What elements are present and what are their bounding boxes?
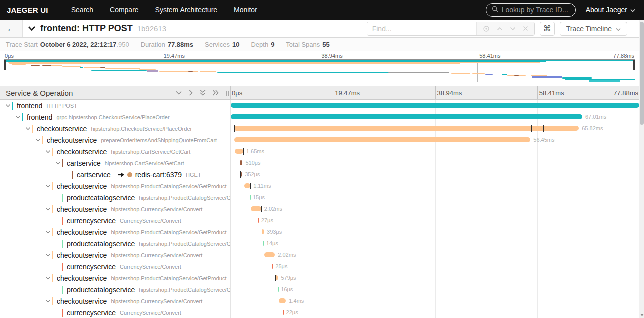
span-row-tree-cell[interactable]: currencyserviceCurrencyService/Convert — [0, 215, 231, 226]
span-bar-cell[interactable]: 2.02ms — [231, 204, 639, 215]
span-duration-bar[interactable] — [264, 252, 275, 258]
collapse-all-icon[interactable] — [199, 90, 206, 96]
scrollbar-down-arrow[interactable] — [639, 312, 644, 318]
span-duration-bar[interactable] — [234, 126, 579, 131]
span-bar-cell[interactable]: 15μs — [231, 192, 639, 204]
collapse-one-icon[interactable] — [175, 90, 182, 96]
expand-chevron-icon[interactable] — [44, 230, 52, 234]
span-row-tree-cell[interactable]: cartservicehipstershop.CartService/GetCa… — [0, 158, 231, 169]
expand-chevron-icon[interactable] — [44, 184, 52, 188]
span-duration-bar[interactable] — [251, 206, 261, 212]
span-bar-cell[interactable]: 65.82ms — [231, 123, 639, 134]
span-row-tree-cell[interactable]: checkoutservicehipstershop.CartService/G… — [0, 146, 231, 158]
expand-chevron-icon[interactable] — [44, 300, 52, 304]
indent-guide — [7, 146, 7, 158]
expand-chevron-icon[interactable] — [44, 150, 52, 154]
span-duration-bar[interactable] — [250, 195, 251, 200]
span-duration-bar[interactable] — [244, 184, 250, 188]
minimap-drag-handle-right[interactable] — [633, 60, 635, 70]
operation-name: hipstershop.CurrencyService/Convert — [111, 206, 202, 212]
about-jaeger-menu[interactable]: About Jaeger — [586, 6, 635, 14]
span-bar-cell[interactable]: 14μs — [231, 238, 639, 250]
prev-match-icon[interactable] — [497, 27, 503, 31]
span-duration-bar[interactable] — [235, 149, 243, 154]
trace-view-selector[interactable]: Trace Timeline — [560, 22, 627, 36]
expand-chevron-icon[interactable] — [44, 254, 52, 258]
span-duration-bar[interactable] — [279, 298, 286, 304]
span-row-tree-cell[interactable]: checkoutservicehipstershop.CheckoutServi… — [0, 123, 231, 134]
span-bar-cell[interactable]: 16μs — [231, 284, 639, 296]
span-duration-bar[interactable] — [283, 310, 284, 315]
minimap-canvas[interactable] — [4, 60, 635, 82]
nav-item-compare[interactable]: Compare — [110, 6, 139, 14]
span-bar-cell[interactable]: 1.4ms — [231, 296, 639, 307]
indent-guide — [27, 284, 27, 296]
span-duration-bar[interactable] — [231, 114, 582, 120]
span-row-tree-cell[interactable]: productcatalogservicehipstershop.Product… — [0, 238, 231, 250]
minimap-drag-handle-left[interactable] — [4, 60, 6, 70]
vertical-scrollbar[interactable] — [639, 20, 644, 318]
jaeger-logo[interactable]: JAEGER UI — [7, 6, 48, 14]
operation-name: hipstershop.ProductCatalogService/GetPro… — [111, 184, 226, 190]
span-row-tree-cell[interactable]: frontendHTTP POST — [0, 100, 231, 112]
span-duration-bar[interactable] — [278, 287, 279, 292]
span-row-tree-cell[interactable]: checkoutservicehipstershop.CurrencyServi… — [0, 250, 231, 261]
span-log-tick — [234, 126, 235, 132]
span-duration-bar[interactable] — [263, 241, 264, 246]
span-row-tree-cell[interactable]: currencyserviceCurrencyService/Convert — [0, 307, 231, 318]
span-bar-cell[interactable]: 579μs — [231, 272, 639, 284]
span-duration-bar[interactable] — [240, 160, 242, 166]
span-row-tree-cell[interactable]: currencyserviceCurrencyService/Convert — [0, 261, 231, 272]
span-duration-bar[interactable] — [234, 138, 530, 142]
span-row-tree-cell[interactable]: checkoutservicehipstershop.ProductCatalo… — [0, 180, 231, 192]
span-bar-cell[interactable]: 352μs — [231, 169, 639, 180]
focus-target-icon[interactable] — [483, 26, 490, 32]
expand-all-icon[interactable] — [212, 90, 219, 96]
trace-lookup-box[interactable] — [486, 4, 576, 17]
expand-chevron-icon[interactable] — [44, 276, 52, 280]
span-bar-cell[interactable] — [231, 100, 639, 112]
span-row-tree-cell[interactable]: cartserviceredis-cart:6379HGET — [0, 169, 231, 180]
span-row-tree-cell[interactable]: frontendgrpc.hipstershop.CheckoutService… — [0, 112, 231, 123]
span-row-tree-cell[interactable]: productcatalogservicehipstershop.Product… — [0, 192, 231, 204]
span-bar-cell[interactable]: 1.11ms — [231, 180, 639, 192]
span-row-tree-cell[interactable]: checkoutservicehipstershop.CurrencyServi… — [0, 296, 231, 307]
span-bar-cell[interactable]: 22μs — [231, 307, 639, 318]
nav-item-search[interactable]: Search — [71, 6, 93, 14]
span-row-tree-cell[interactable]: checkoutservicehipstershop.ProductCatalo… — [0, 272, 231, 284]
expand-chevron-icon[interactable] — [4, 104, 12, 108]
span-row-tree-cell[interactable]: checkoutservicehipstershop.ProductCatalo… — [0, 226, 231, 238]
expand-chevron-icon[interactable] — [44, 208, 52, 212]
keyboard-shortcuts-button[interactable]: ⌘ — [540, 22, 555, 36]
next-match-icon[interactable] — [510, 27, 516, 31]
span-bar-cell[interactable]: 27μs — [231, 215, 639, 226]
span-bar-cell[interactable]: 25μs — [231, 261, 639, 272]
nav-item-monitor[interactable]: Monitor — [234, 6, 257, 14]
span-bar-cell[interactable]: 393μs — [231, 226, 639, 238]
span-duration-bar[interactable] — [258, 218, 259, 223]
expand-chevron-icon[interactable] — [34, 138, 42, 142]
scrollbar-thumb[interactable] — [640, 22, 644, 125]
span-row-tree-cell[interactable]: checkoutserviceprepareOrderItemsAndShipp… — [0, 134, 231, 146]
span-row-tree-cell[interactable]: productcatalogservicehipstershop.Product… — [0, 284, 231, 296]
span-bar-cell[interactable]: 510μs — [231, 158, 639, 169]
span-bar-cell[interactable]: 56.45ms — [231, 134, 639, 146]
span-bar-cell[interactable]: 67.01ms — [231, 112, 639, 123]
trace-lookup-input[interactable] — [502, 6, 570, 14]
find-input[interactable] — [367, 22, 476, 36]
span-bar-cell[interactable]: 1.65ms — [231, 146, 639, 158]
span-duration-label: 56.45ms — [533, 137, 554, 143]
clear-find-icon[interactable] — [523, 26, 528, 32]
expand-chevron-icon[interactable] — [24, 127, 32, 131]
panel-resize-grip[interactable] — [226, 91, 229, 96]
expand-one-icon[interactable] — [188, 90, 193, 96]
span-row-tree-cell[interactable]: checkoutservicehipstershop.CurrencyServi… — [0, 204, 231, 215]
expand-chevron-icon[interactable] — [14, 116, 22, 120]
span-duration-bar[interactable] — [231, 103, 639, 108]
nav-item-system-architecture[interactable]: System Architecture — [155, 6, 218, 14]
span-duration-bar[interactable] — [272, 264, 273, 269]
expand-chevron-icon[interactable] — [54, 162, 62, 166]
back-button[interactable]: ← — [0, 20, 23, 38]
span-bar-cell[interactable]: 2.02ms — [231, 250, 639, 261]
collapse-header-chevron-icon[interactable] — [28, 26, 36, 32]
